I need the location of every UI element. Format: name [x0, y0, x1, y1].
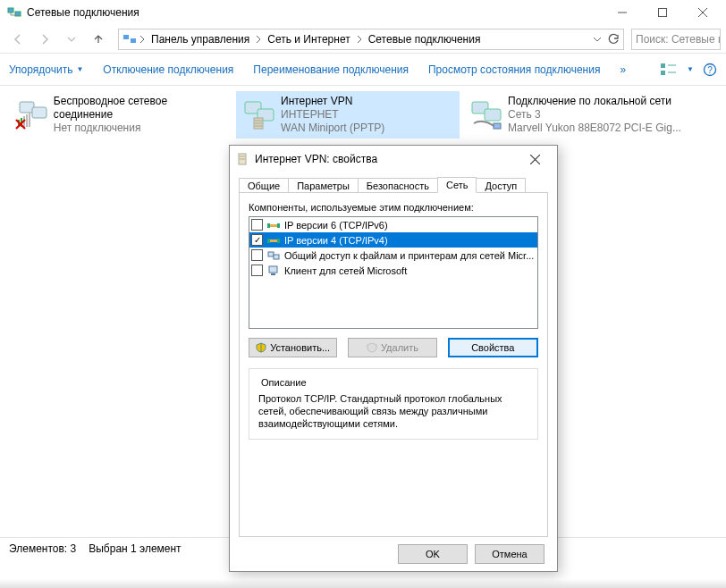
connection-name: Подключение по локальной сети — [508, 95, 681, 108]
breadcrumb-item[interactable]: Сетевые подключения — [365, 33, 485, 46]
checkbox[interactable] — [251, 234, 263, 246]
selection-count: Выбран 1 элемент — [89, 542, 181, 555]
svg-rect-0 — [8, 8, 13, 13]
svg-rect-19 — [26, 114, 28, 127]
connection-detail: Marvell Yukon 88E8072 PCI-E Gig... — [508, 122, 681, 135]
network-connections-icon — [7, 5, 21, 20]
svg-rect-42 — [277, 239, 280, 243]
connection-name: Интернет VPN — [281, 95, 384, 108]
breadcrumb-item[interactable]: Сеть и Интернет — [264, 33, 353, 46]
svg-rect-46 — [271, 273, 275, 275]
svg-rect-44 — [274, 255, 279, 259]
more-chevron[interactable]: » — [620, 63, 626, 76]
cancel-button[interactable]: Отмена — [475, 544, 544, 564]
component-label: Клиент для сетей Microsoft — [284, 265, 407, 276]
client-icon — [266, 265, 281, 277]
ok-button[interactable]: OK — [398, 544, 468, 564]
chevron-right-icon[interactable] — [255, 35, 262, 44]
vpn-icon — [240, 95, 279, 134]
up-button[interactable] — [86, 27, 111, 52]
component-buttons: Установить... Удалить Свойства — [249, 338, 538, 357]
svg-rect-8 — [661, 63, 665, 68]
svg-rect-7 — [131, 38, 136, 43]
tab-options[interactable]: Параметры — [288, 178, 359, 193]
recent-dropdown[interactable] — [59, 27, 84, 52]
install-button[interactable]: Установить... — [249, 338, 337, 357]
tab-panel-networking: Компоненты, используемые этим подключени… — [239, 192, 548, 537]
dialog-tabs: Общие Параметры Безопасность Сеть Доступ — [230, 172, 557, 192]
components-label: Компоненты, используемые этим подключени… — [249, 202, 538, 213]
ethernet-icon — [467, 95, 506, 134]
dialog-title: Интернет VPN: свойства — [255, 153, 377, 165]
maximize-button[interactable] — [642, 0, 682, 25]
connection-item-ethernet[interactable]: Подключение по локальной сети Сеть 3 Mar… — [463, 91, 687, 139]
checkbox[interactable] — [251, 219, 263, 231]
connection-detail: WAN Miniport (PPTP) — [281, 122, 384, 135]
tab-security[interactable]: Безопасность — [358, 178, 438, 193]
command-bar: Упорядочить▼ Отключение подключения Пере… — [0, 54, 726, 86]
protocol-icon — [266, 234, 281, 247]
forward-button[interactable] — [32, 27, 57, 52]
tab-networking[interactable]: Сеть — [437, 177, 477, 193]
protocol-icon — [266, 219, 281, 231]
svg-rect-38 — [267, 223, 270, 228]
view-options-icon[interactable] — [660, 63, 678, 77]
share-icon — [266, 249, 281, 262]
svg-rect-9 — [661, 71, 665, 75]
dialog-titlebar[interactable]: Интернет VPN: свойства — [230, 146, 557, 172]
titlebar: Сетевые подключения — [0, 0, 726, 25]
components-listbox[interactable]: IP версии 6 (TCP/IPv6) IP версии 4 (TCP/… — [249, 216, 538, 329]
shield-icon — [256, 342, 266, 353]
uninstall-button: Удалить — [348, 338, 436, 357]
organize-menu[interactable]: Упорядочить▼ — [9, 63, 83, 76]
component-ms-client[interactable]: Клиент для сетей Microsoft — [249, 263, 537, 278]
search-input[interactable]: Поиск: Сетевые п — [631, 29, 721, 50]
refresh-icon[interactable] — [607, 33, 620, 46]
chevron-down-icon[interactable] — [593, 35, 602, 44]
window-close-button[interactable] — [682, 0, 722, 25]
address-bar[interactable]: Панель управления Сеть и Интернет Сетевы… — [118, 29, 624, 50]
connection-name: Беспроводное сетевое соединение — [54, 95, 229, 122]
svg-rect-20 — [29, 113, 30, 127]
breadcrumb-item[interactable]: Панель управления — [148, 33, 253, 46]
chevron-right-icon[interactable] — [356, 35, 363, 44]
svg-rect-41 — [267, 239, 270, 243]
chevron-down-icon[interactable]: ▼ — [687, 65, 694, 73]
svg-text:?: ? — [707, 65, 713, 75]
component-label: IP версии 6 (TCP/IPv6) — [284, 220, 388, 231]
connections-list: Беспроводное сетевое соединение Нет подк… — [0, 86, 726, 144]
component-ipv4[interactable]: IP версии 4 (TCP/IPv4) — [249, 232, 537, 248]
connection-item-wifi[interactable]: Беспроводное сетевое соединение Нет подк… — [9, 91, 232, 139]
navbar: Панель управления Сеть и Интернет Сетевы… — [0, 25, 726, 54]
properties-button[interactable]: Свойства — [448, 338, 538, 357]
disable-connection-button[interactable]: Отключение подключения — [103, 63, 233, 76]
description-label: Описание — [258, 377, 309, 388]
help-icon[interactable]: ? — [703, 63, 717, 77]
connection-item-vpn[interactable]: Интернет VPN ИНТЕРНЕТ WAN Miniport (PPTP… — [236, 91, 460, 139]
properties-dialog: Интернет VPN: свойства Общие Параметры Б… — [229, 145, 558, 572]
minimize-button[interactable] — [602, 0, 642, 25]
component-ipv6[interactable]: IP версии 6 (TCP/IPv6) — [249, 217, 537, 232]
svg-rect-15 — [32, 107, 46, 118]
shield-icon — [367, 342, 377, 353]
svg-rect-37 — [269, 224, 278, 227]
back-button[interactable] — [5, 27, 30, 52]
dialog-button-row: OK Отмена — [230, 544, 557, 575]
component-file-sharing[interactable]: Общий доступ к файлам и принтерам для се… — [249, 248, 537, 263]
checkbox[interactable] — [251, 265, 263, 276]
connection-status: Нет подключения — [54, 122, 229, 135]
svg-rect-3 — [658, 9, 666, 17]
connection-status: Сеть 3 — [508, 108, 681, 122]
rename-connection-button[interactable]: Переименование подключения — [253, 63, 409, 76]
modem-icon — [235, 152, 249, 166]
network-connections-icon — [122, 32, 137, 46]
tab-sharing[interactable]: Доступ — [476, 178, 526, 193]
connection-status: ИНТЕРНЕТ — [281, 108, 384, 122]
tab-general[interactable]: Общие — [239, 178, 289, 193]
chevron-right-icon[interactable] — [139, 35, 146, 44]
svg-rect-6 — [123, 35, 129, 39]
wifi-disabled-icon — [13, 95, 52, 134]
checkbox[interactable] — [251, 249, 263, 261]
view-status-button[interactable]: Просмотр состояния подключения — [428, 63, 600, 76]
dialog-close-button[interactable] — [518, 147, 552, 172]
